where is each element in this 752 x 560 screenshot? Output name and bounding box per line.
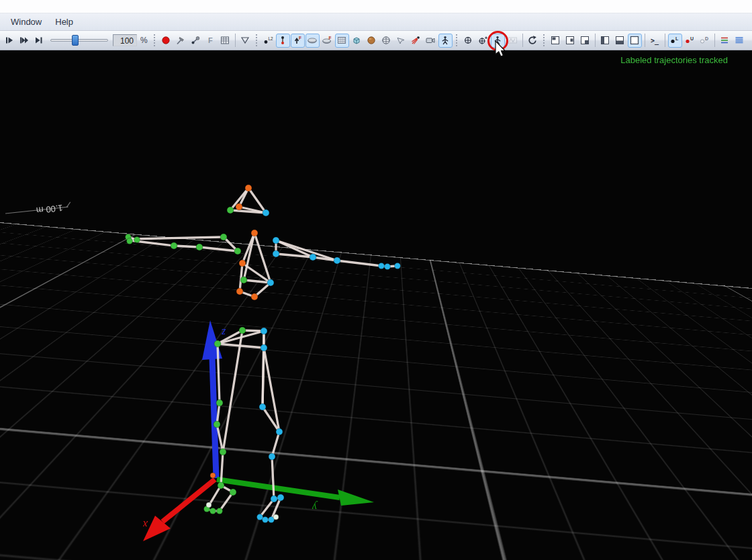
marker[interactable]	[267, 279, 274, 286]
camera-ray-button[interactable]	[409, 34, 423, 48]
marker[interactable]	[236, 203, 242, 210]
marker[interactable]	[276, 428, 283, 435]
labeled-markers-button[interactable]: L	[668, 34, 682, 48]
hammer-tool-button[interactable]	[174, 34, 188, 48]
wire-sphere-button[interactable]	[379, 34, 393, 48]
marker[interactable]	[171, 242, 177, 249]
label-colors-button[interactable]	[718, 34, 732, 48]
3d-perspective-view[interactable]: 1.00 mzyx Labeled trajectories tracked	[0, 50, 752, 560]
bone	[337, 261, 381, 266]
filter-button[interactable]	[238, 34, 252, 48]
marker[interactable]	[239, 327, 246, 334]
camera-view-button[interactable]	[424, 34, 438, 48]
marker[interactable]	[196, 244, 203, 250]
floor-force-button[interactable]: F	[320, 34, 334, 48]
table-button[interactable]	[218, 34, 232, 48]
marker[interactable]	[259, 404, 266, 410]
marker[interactable]	[240, 277, 247, 283]
marker[interactable]	[385, 264, 391, 270]
ldot-icon: L	[669, 35, 680, 46]
marker[interactable]	[271, 496, 277, 502]
go-to-end-button[interactable]	[32, 34, 46, 48]
waveform-icon	[507, 35, 518, 46]
layout-corner-button[interactable]	[549, 34, 563, 48]
bone	[254, 233, 271, 283]
marker[interactable]	[230, 489, 236, 496]
marker[interactable]	[218, 482, 224, 489]
list-view-button[interactable]	[733, 34, 747, 48]
console-icon: >_	[649, 35, 660, 46]
layout-right-button[interactable]	[563, 34, 577, 48]
help-menu[interactable]: Help	[48, 15, 80, 29]
marker[interactable]	[263, 517, 269, 523]
marker[interactable]	[134, 237, 140, 243]
marker-sticks-button[interactable]	[276, 34, 290, 48]
step-forward-button[interactable]	[2, 34, 16, 48]
marker[interactable]	[334, 257, 340, 264]
center-on-subject-button[interactable]	[491, 34, 505, 48]
grid-button[interactable]	[335, 34, 349, 48]
camera-icon	[425, 35, 436, 46]
funnel-icon	[240, 35, 250, 46]
marker[interactable]	[273, 250, 279, 257]
playback-speed-slider[interactable]	[50, 34, 108, 46]
zoom-percent-field[interactable]: 100	[113, 34, 137, 46]
marker[interactable]	[214, 340, 221, 347]
console-button[interactable]: >_	[648, 34, 662, 48]
marker[interactable]	[214, 421, 220, 428]
stepfwd-icon	[4, 35, 15, 46]
marker[interactable]	[277, 494, 284, 501]
marker[interactable]	[227, 207, 234, 214]
window-menu[interactable]: Window	[4, 15, 48, 29]
deleted-markers-button[interactable]: D	[698, 34, 712, 48]
cube-view-button[interactable]	[350, 34, 364, 48]
marker[interactable]	[216, 400, 223, 406]
layout-single-button[interactable]	[628, 34, 642, 48]
select-arrow-button[interactable]	[394, 34, 408, 48]
fast-forward-button[interactable]	[17, 34, 31, 48]
marker-trajectory-button[interactable]: L2	[261, 34, 275, 48]
marker[interactable]	[220, 234, 227, 240]
record-button[interactable]	[159, 34, 173, 48]
marker[interactable]	[127, 238, 133, 244]
rotate-view-button[interactable]	[526, 34, 540, 48]
sphere-view-button[interactable]	[365, 34, 379, 48]
layout-bottom-panel-button[interactable]	[613, 34, 627, 48]
marker[interactable]	[239, 260, 246, 267]
center-target-button[interactable]	[461, 34, 475, 48]
marker[interactable]	[257, 514, 263, 520]
marker[interactable]	[269, 453, 275, 460]
marker[interactable]	[395, 263, 401, 269]
marker[interactable]	[217, 508, 223, 514]
toolbar-grip	[256, 34, 258, 46]
marker[interactable]	[263, 209, 269, 216]
marker[interactable]	[379, 263, 385, 269]
marker[interactable]	[273, 514, 279, 520]
layout-left-panel-button[interactable]	[598, 34, 612, 48]
marker[interactable]	[310, 254, 316, 261]
marker[interactable]	[251, 293, 258, 300]
trajectory-arrow-button[interactable]: F	[291, 34, 305, 48]
marker[interactable]	[261, 328, 267, 334]
marker[interactable]	[210, 508, 216, 514]
marker[interactable]	[234, 248, 241, 254]
marker[interactable]	[273, 237, 279, 244]
bone-tool-button[interactable]	[189, 34, 203, 48]
marker[interactable]	[210, 473, 216, 478]
layout-bottom-right-button[interactable]	[578, 34, 592, 48]
subject-view-button[interactable]	[438, 34, 453, 48]
bonev-icon	[277, 35, 288, 46]
bone-icon	[190, 35, 201, 46]
force-button[interactable]: F	[203, 34, 218, 48]
marker[interactable]	[236, 288, 243, 295]
marker[interactable]	[261, 344, 267, 351]
unlabeled-markers-button[interactable]: U	[683, 34, 697, 48]
marker[interactable]	[251, 230, 258, 236]
slider-handle[interactable]	[72, 35, 79, 46]
marker[interactable]	[245, 185, 252, 191]
center-add-button[interactable]	[476, 34, 490, 48]
floor-plane-button[interactable]	[306, 34, 320, 48]
marker[interactable]	[220, 449, 226, 455]
marker[interactable]	[206, 502, 211, 508]
graph-button[interactable]	[506, 34, 520, 48]
